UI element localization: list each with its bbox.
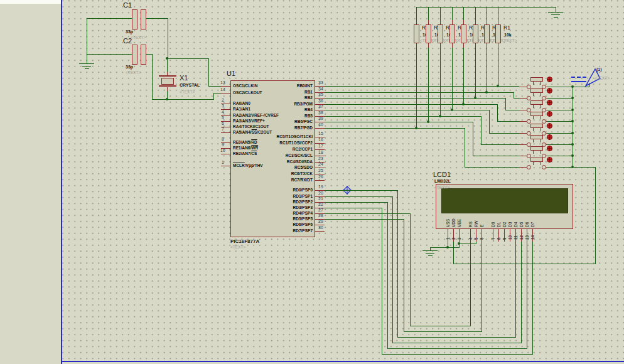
c1-ref: C1: [123, 1, 132, 9]
resistor-body[interactable]: [484, 24, 490, 43]
crystal-body[interactable]: [161, 78, 174, 85]
logic-state-toggle[interactable]: (1) <TEXT>: [568, 65, 618, 89]
pin-stub: [315, 231, 325, 232]
pin-label: RB0/INT: [234, 83, 313, 88]
c1-text-placeholder: <TEXT>: [131, 35, 146, 40]
wire: [410, 213, 411, 326]
resistor-value: 10k: [504, 33, 512, 37]
pin-label: RB4: [234, 107, 313, 112]
wire: [532, 242, 533, 354]
pin-label: RC3/SCK/SCL: [234, 153, 313, 158]
lcd-pin-name: RW: [474, 220, 478, 227]
pin-stub: [481, 229, 482, 242]
resistor-body[interactable]: [473, 24, 478, 43]
pin-label: RB3/PGM: [234, 102, 313, 107]
capacitor-c2-plate[interactable]: [141, 45, 146, 65]
pin-number: 35: [316, 92, 326, 97]
wire: [459, 244, 476, 244]
u1-ref: U1: [227, 70, 235, 77]
wire: [382, 354, 533, 355]
wire: [589, 83, 590, 87]
ground-icon: [422, 250, 438, 251]
schematic-canvas: C1 33p <TEXT> C2 33p <TEXT> X1 CRYSTAL <…: [0, 0, 624, 364]
pin-stub: [221, 154, 230, 154]
wire: [325, 116, 481, 117]
push-button[interactable]: [518, 156, 556, 172]
pin-stub: [315, 128, 325, 129]
wire: [416, 48, 417, 128]
u1-value: PIC16F877A: [230, 238, 259, 244]
wire: [452, 7, 453, 20]
resistor-body[interactable]: [438, 24, 443, 43]
lcd-pin-name: D5: [519, 222, 524, 227]
wire: [465, 128, 465, 167]
c2-text-placeholder: <TEXT>: [126, 70, 141, 75]
pin-stub: [221, 132, 230, 133]
pin-label: RB7/PGD: [234, 126, 313, 131]
pin-label: RB2: [234, 95, 313, 100]
junction-dot: [571, 97, 574, 99]
lcd-pin-number: 13: [525, 235, 529, 240]
wire: [325, 208, 382, 208]
pin-number: 24: [316, 161, 326, 167]
pin-number: 15: [316, 131, 326, 136]
wire: [382, 208, 382, 354]
resistor-body[interactable]: [449, 24, 455, 43]
resistor-body[interactable]: [461, 24, 466, 43]
lcd-pin-name: VSS: [446, 219, 450, 227]
pin-label: RD1/PSP1: [234, 194, 313, 199]
wire: [465, 167, 520, 168]
junction-dot: [571, 120, 574, 122]
resistor-body[interactable]: [495, 24, 501, 43]
junction-dot: [415, 127, 417, 129]
wire: [475, 48, 476, 98]
pin-number: 2: [217, 97, 229, 103]
resistor-body[interactable]: [414, 24, 419, 43]
wire: [473, 122, 473, 156]
pin-number: 33: [316, 80, 326, 85]
wire: [392, 196, 393, 343]
wire: [208, 58, 209, 87]
wire: [325, 110, 489, 110]
pin-stub: [221, 93, 230, 94]
ground-icon: [79, 63, 94, 64]
wire: [453, 242, 454, 264]
ground-icon: [428, 255, 433, 256]
pin-number: 21: [316, 196, 326, 201]
pin-stub: [498, 229, 499, 242]
pin-number: 13: [217, 80, 229, 85]
resistor-body[interactable]: [426, 24, 431, 43]
capacitor-c1-plate[interactable]: [132, 9, 137, 29]
junction-dot: [458, 242, 460, 245]
wire: [87, 54, 132, 55]
wire: [146, 18, 168, 19]
pin-number: 4: [217, 109, 229, 115]
wire: [573, 87, 589, 87]
x1-text-placeholder: <TEXT>: [180, 90, 195, 94]
wire: [475, 7, 476, 20]
lcd-pin-number: 9: [502, 237, 507, 240]
lcd1-text-placeholder: <TEXT>: [434, 185, 449, 190]
wire: [440, 48, 441, 116]
wire: [167, 58, 209, 59]
wire: [325, 98, 505, 99]
lcd-pin-name: D2: [502, 222, 507, 227]
wire: [87, 18, 132, 19]
pin-label: RD7/PSP7: [234, 228, 313, 233]
margin-strip: [0, 0, 61, 4]
wire: [428, 7, 429, 20]
wire: [452, 48, 453, 110]
ground-icon: [82, 66, 91, 67]
capacitor-c1-plate[interactable]: [141, 9, 146, 29]
lcd-pin-number: 7: [491, 237, 495, 240]
wire: [213, 93, 221, 94]
ground-icon: [551, 14, 560, 15]
wire: [463, 48, 464, 104]
sheet-border-bottom: [61, 361, 624, 362]
wire: [428, 48, 429, 122]
pin-number: 1: [217, 159, 229, 165]
wire: [392, 343, 522, 343]
junction-dot: [571, 85, 574, 88]
capacitor-c2-plate[interactable]: [132, 45, 137, 65]
lcd-pin-name: D6: [525, 222, 529, 227]
